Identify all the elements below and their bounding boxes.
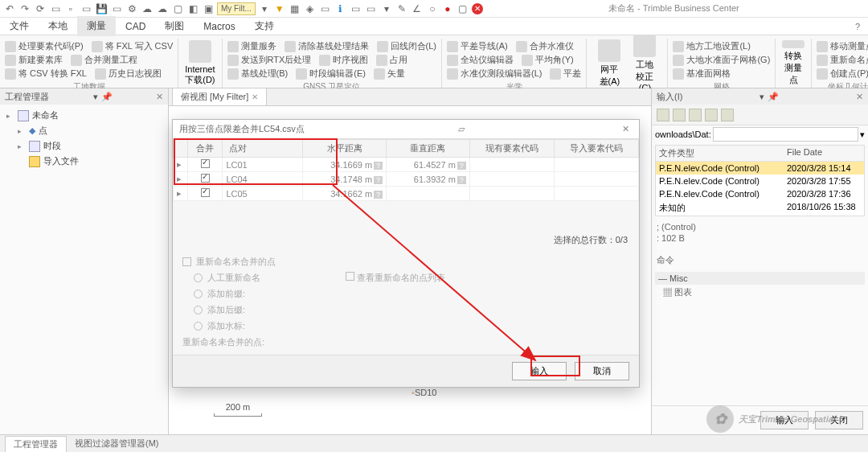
cmd-loop-close[interactable]: 回线闭合(L) xyxy=(377,40,436,52)
cube-icon[interactable]: ◧ xyxy=(186,2,199,15)
misc-header[interactable]: — Misc xyxy=(655,272,865,285)
cloud-icon[interactable]: ☁ xyxy=(141,2,154,15)
cmd-local-site[interactable]: 地方工地设置(L) xyxy=(673,40,750,52)
close-icon[interactable]: ✕ xyxy=(156,92,163,102)
cmd-occupy[interactable]: 占用 xyxy=(376,54,407,66)
undo-icon[interactable]: ↶ xyxy=(3,2,16,15)
filter2-icon[interactable]: ▼ xyxy=(273,2,286,15)
dialog-min-icon[interactable]: ▱ xyxy=(455,124,468,134)
cmd-session-edit[interactable]: 时段编辑器(E) xyxy=(296,68,366,80)
cmd-mean-angle[interactable]: 平均角(Y) xyxy=(522,54,574,66)
cmd-create-pt[interactable]: 创建点(P) xyxy=(817,68,868,80)
file-row[interactable]: P.E.N.elev.Code (Control)2020/3/28 17:55 xyxy=(656,175,864,187)
cmd-fxl-csv[interactable]: 将 FXL 写入 CSV xyxy=(92,40,174,52)
menu-draw[interactable]: 制图 xyxy=(155,16,194,36)
col-merge[interactable]: 合并 xyxy=(188,140,223,158)
record-icon[interactable]: ● xyxy=(441,2,454,15)
cmd-vector[interactable]: 矢量 xyxy=(374,68,405,80)
cmd-rename-pt[interactable]: 重新命名点(N) xyxy=(817,54,868,66)
copy-icon[interactable]: ▭ xyxy=(350,2,362,15)
opt-prefix-radio[interactable] xyxy=(194,290,203,298)
cmd-ts-editor[interactable]: 全站仪编辑器 xyxy=(447,54,514,66)
path-dropdown-icon[interactable]: ▾ xyxy=(860,129,865,140)
refresh-icon[interactable]: ⟳ xyxy=(34,2,47,15)
merge-checkbox[interactable] xyxy=(201,174,210,183)
table-row[interactable]: ▸ LC05 34.1662 m? xyxy=(174,187,639,201)
pin2-icon[interactable]: 📌 xyxy=(768,92,779,102)
col-hdist[interactable]: 水平距离 xyxy=(303,140,387,158)
cmd-site-calib[interactable]: 工地校正(C) xyxy=(627,33,662,94)
menu-support[interactable]: 支持 xyxy=(245,16,284,36)
tree-sessions[interactable]: ▸时段 xyxy=(3,138,165,154)
cmd-new-lib[interactable]: 新建要素库 xyxy=(5,54,63,66)
cmd-history[interactable]: 历史日志视图 xyxy=(95,68,162,80)
cmd-csv-fxl[interactable]: 将 CSV 转换 FXL xyxy=(5,68,87,80)
file-row[interactable]: P.E.N.elev.Code (Control)2020/3/28 17:36 xyxy=(656,187,864,200)
col-point[interactable]: 点对 xyxy=(223,140,303,158)
bottom-tab-filter[interactable]: 视图过滤器管理器(M) xyxy=(67,436,167,451)
save-icon[interactable]: 💾 xyxy=(95,2,108,15)
open2-icon[interactable]: ▭ xyxy=(80,2,92,15)
tree-points[interactable]: ▸◆点 xyxy=(3,123,165,138)
cmd-traverse[interactable]: 平差导线(A) xyxy=(447,40,508,52)
cmd-survey-svc[interactable]: 测量服务 xyxy=(227,40,276,52)
cloud2-icon[interactable]: ☁ xyxy=(156,2,169,15)
folder-up-icon[interactable] xyxy=(657,109,669,121)
cmd-timeseries[interactable]: 时序视图 xyxy=(319,54,368,66)
col-filetype[interactable]: 文件类型 xyxy=(656,146,784,161)
measure-icon[interactable]: ✎ xyxy=(395,2,408,15)
help-icon[interactable]: ? xyxy=(847,18,868,35)
table-row[interactable]: ▸ LC04 34.1748 m? 61.3932 m? xyxy=(174,172,639,187)
cmd-process-features[interactable]: 处理要素代码(P) xyxy=(5,40,84,52)
col-filedate[interactable]: File Date xyxy=(784,146,864,161)
file-row[interactable]: 未知的2018/10/26 15:38 xyxy=(656,200,864,216)
cmd-level-editor[interactable]: 水准仪测段编辑器(L) xyxy=(447,68,542,80)
box-icon[interactable]: ▢ xyxy=(171,2,184,15)
file-row[interactable]: P.E.N.elev.Code (Control)2020/3/28 15:14 xyxy=(656,162,864,175)
col-vdist[interactable]: 垂直距离 xyxy=(387,140,470,158)
menu-file[interactable]: 文件 xyxy=(0,16,39,36)
bottom-tab-project[interactable]: 工程管理器 xyxy=(5,436,67,452)
cmd-baseline[interactable]: 基线处理(B) xyxy=(227,68,289,80)
menu-local[interactable]: 本地 xyxy=(39,16,77,36)
cmd-internet-dl[interactable]: Internet 下载(D) xyxy=(178,39,222,88)
cmd-clear-baseline[interactable]: 清除基线处理结果 xyxy=(285,40,369,52)
filter-button[interactable]: My Filt... xyxy=(217,2,256,15)
angle-icon[interactable]: ∠ xyxy=(411,2,424,15)
merge-checkbox[interactable] xyxy=(201,159,210,168)
tree-import[interactable]: 导入文件 xyxy=(3,154,165,169)
rename-unmerged-checkbox[interactable] xyxy=(182,257,191,266)
close2-icon[interactable]: ✕ xyxy=(856,92,863,102)
opt-mark-radio[interactable] xyxy=(194,322,203,331)
menu-survey[interactable]: 测量 xyxy=(77,16,116,36)
flag-icon[interactable]: ▾ xyxy=(258,2,271,15)
cmd-convert-pt[interactable]: 转换测量点 xyxy=(776,39,812,88)
col-exist[interactable]: 现有要素代码 xyxy=(469,140,554,158)
tab-close-icon[interactable]: ✕ xyxy=(252,92,258,101)
opt-suffix-radio[interactable] xyxy=(194,306,203,314)
error-icon[interactable]: ✕ xyxy=(472,3,483,14)
dialog-input-button[interactable]: 输入 xyxy=(512,362,567,380)
new-icon[interactable]: ▫ xyxy=(64,2,77,15)
dialog-cancel-button[interactable]: 取消 xyxy=(575,362,629,380)
redo-icon[interactable]: ↷ xyxy=(18,2,31,15)
camera-icon[interactable]: ▣ xyxy=(202,2,215,15)
menu-macros[interactable]: Macros xyxy=(194,18,244,35)
table-row[interactable]: ▸ LC01 34.1669 m? 61.4527 m? xyxy=(174,158,639,172)
list-icon[interactable] xyxy=(689,109,702,121)
circle-icon[interactable]: ○ xyxy=(426,2,439,15)
cmd-merge-proj[interactable]: 合并测量工程 xyxy=(71,54,137,66)
info-icon[interactable]: ℹ xyxy=(334,2,347,15)
folder-icon[interactable] xyxy=(673,109,686,121)
menu-cad[interactable]: CAD xyxy=(116,18,155,35)
cmd-network-adj[interactable]: 网平差(A) xyxy=(592,38,627,89)
palette-icon[interactable]: ▭ xyxy=(319,2,332,15)
cmd-adjust[interactable]: 平差 xyxy=(550,68,581,80)
tree-root[interactable]: ▸未命名 xyxy=(3,108,165,123)
gear-icon[interactable]: ⚙ xyxy=(125,2,138,15)
cmd-move-pt[interactable]: 移动测量点 xyxy=(817,40,868,52)
show-renamed-checkbox[interactable] xyxy=(346,272,354,281)
misc-chart[interactable]: 图表 xyxy=(674,287,692,297)
tab-plan-view[interactable]: 俯视图 [My Filter]✕ xyxy=(172,88,267,105)
opt-manual-radio[interactable] xyxy=(194,273,203,282)
